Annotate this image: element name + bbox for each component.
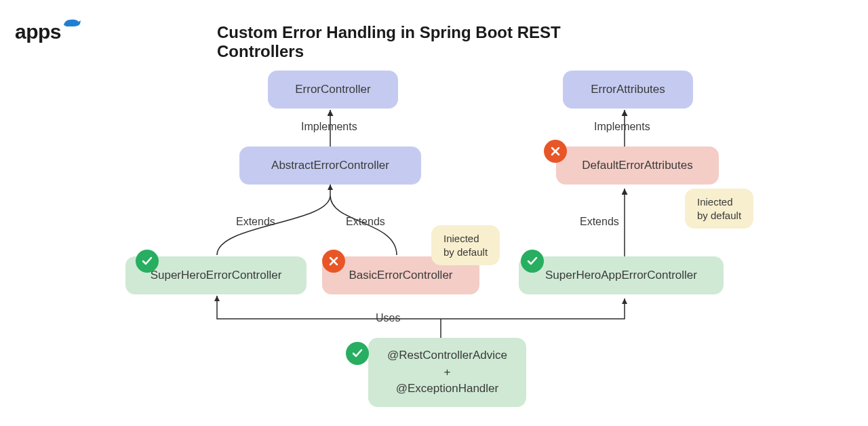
label-implements: Implements <box>594 121 650 133</box>
label-extends: Extends <box>346 216 385 228</box>
check-icon <box>521 250 544 273</box>
label-extends: Extends <box>580 216 619 228</box>
injected-line2: by default <box>443 246 488 259</box>
label-implements: Implements <box>301 121 357 133</box>
check-icon <box>136 250 159 273</box>
page-title: Custom Error Handling in Spring Boot RES… <box>217 23 651 61</box>
svg-marker-1 <box>328 185 333 190</box>
injected-badge: Iniected by default <box>685 189 753 229</box>
advice-line2: @ExceptionHandler <box>387 381 507 398</box>
injected-line1: Iniected <box>697 195 741 209</box>
node-default-error-attributes: DefaultErrorAttributes <box>556 147 719 185</box>
injected-badge: Iniected by default <box>431 225 500 265</box>
advice-plus: + <box>387 364 507 381</box>
injected-line1: Iniected <box>443 232 488 246</box>
logo: apps <box>15 16 81 43</box>
injected-line2: by default <box>697 209 741 222</box>
svg-marker-4 <box>214 296 220 301</box>
cross-icon <box>544 140 567 163</box>
svg-marker-5 <box>622 298 627 304</box>
node-error-controller: ErrorController <box>268 71 398 109</box>
check-icon <box>346 342 369 365</box>
node-superhero-app-error-controller: SuperHeroAppErrorController <box>519 256 724 294</box>
cross-icon <box>322 250 345 273</box>
advice-line1: @RestControllerAdvice <box>387 347 507 364</box>
node-rest-controller-advice: @RestControllerAdvice + @ExceptionHandle… <box>368 338 526 407</box>
label-uses: Uses <box>376 312 400 324</box>
node-error-attributes: ErrorAttributes <box>563 71 693 109</box>
rhino-icon <box>62 16 81 31</box>
label-extends: Extends <box>236 216 275 228</box>
node-abstract-error-controller: AbstractErrorController <box>239 147 421 185</box>
logo-text: apps <box>15 20 61 43</box>
